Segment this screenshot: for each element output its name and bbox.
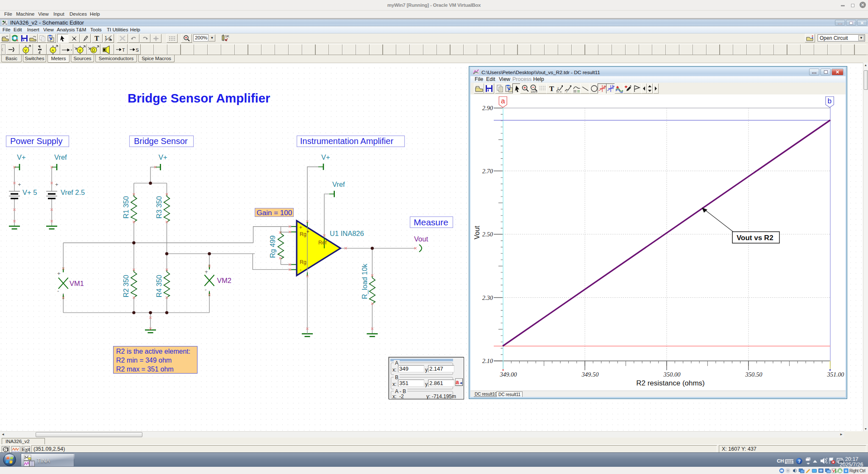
svg-text:Vref: Vref xyxy=(54,153,67,161)
svg-text:-: - xyxy=(205,286,206,293)
svg-text:349.00: 349.00 xyxy=(500,371,517,378)
svg-text:+: + xyxy=(18,181,21,188)
svg-text:+: + xyxy=(205,269,208,275)
svg-text:R2 resistance (ohms): R2 resistance (ohms) xyxy=(636,379,705,387)
svg-text:Bridge Sensor: Bridge Sensor xyxy=(134,136,188,146)
svg-text:2.70: 2.70 xyxy=(482,168,493,175)
svg-text:+: + xyxy=(306,229,309,235)
svg-text:U1 INA826: U1 INA826 xyxy=(330,230,364,237)
svg-text:Rg: Rg xyxy=(300,231,306,237)
svg-text:T: T xyxy=(549,85,554,93)
svg-text:V+: V+ xyxy=(17,153,26,161)
svg-text:R2 is the active element:: R2 is the active element: xyxy=(116,348,190,355)
svg-text:VM1: VM1 xyxy=(70,280,84,287)
svg-text:Vref 2.5: Vref 2.5 xyxy=(61,188,85,196)
svg-text:?: ? xyxy=(566,90,568,93)
svg-text:R_load 10k: R_load 10k xyxy=(361,263,369,299)
svg-text:2.50: 2.50 xyxy=(482,231,493,238)
svg-text:Rg 499: Rg 499 xyxy=(269,236,276,258)
svg-text:R1 350: R1 350 xyxy=(122,196,130,219)
svg-text:V+: V+ xyxy=(159,153,167,161)
svg-text:R4 350: R4 350 xyxy=(155,275,163,297)
svg-text:2.90: 2.90 xyxy=(482,105,493,111)
svg-text:Vout: Vout xyxy=(414,235,428,243)
svg-text:2: 2 xyxy=(557,87,559,89)
svg-text:+: + xyxy=(57,270,61,277)
svg-text:Vref: Vref xyxy=(332,180,345,188)
svg-text:R2 max = 351 ohm: R2 max = 351 ohm xyxy=(116,366,174,373)
svg-text:350.00: 350.00 xyxy=(663,371,681,378)
svg-text:b: b xyxy=(612,84,614,89)
svg-text:a: a xyxy=(501,97,505,105)
svg-text:2.10: 2.10 xyxy=(482,358,493,364)
svg-text:Ref: Ref xyxy=(318,240,327,246)
svg-text:+: + xyxy=(299,225,302,230)
svg-text:VM2: VM2 xyxy=(217,277,231,284)
svg-text:V+: V+ xyxy=(321,153,330,161)
svg-text:-: - xyxy=(57,288,59,294)
svg-text:Bridge Sensor Amplifier: Bridge Sensor Amplifier xyxy=(128,91,270,105)
svg-text:349.50: 349.50 xyxy=(581,371,599,378)
svg-text:351.00: 351.00 xyxy=(827,371,845,378)
svg-text:Rg: Rg xyxy=(300,259,306,265)
svg-text:Instrumentation Amplifier: Instrumentation Amplifier xyxy=(300,136,393,146)
svg-text:R2 350: R2 350 xyxy=(122,275,130,297)
svg-text:-: - xyxy=(300,267,301,273)
svg-text:a: a xyxy=(604,84,606,89)
svg-text:350.50: 350.50 xyxy=(745,371,763,378)
svg-text:V+ 5: V+ 5 xyxy=(22,188,37,196)
svg-text:Power Supply: Power Supply xyxy=(10,136,62,146)
svg-text:Vout vs R2: Vout vs R2 xyxy=(737,234,773,242)
svg-text:R2 min = 349 ohm: R2 min = 349 ohm xyxy=(116,357,172,364)
svg-text:Vout: Vout xyxy=(473,225,481,239)
svg-text:100%: 100% xyxy=(531,90,538,93)
svg-text:Gain = 100: Gain = 100 xyxy=(257,209,292,217)
svg-text:+: + xyxy=(55,181,58,188)
svg-text:b: b xyxy=(828,97,832,105)
svg-text:Measure: Measure xyxy=(414,217,448,227)
svg-text:2.30: 2.30 xyxy=(482,294,493,301)
svg-text:R3 350: R3 350 xyxy=(155,196,163,219)
